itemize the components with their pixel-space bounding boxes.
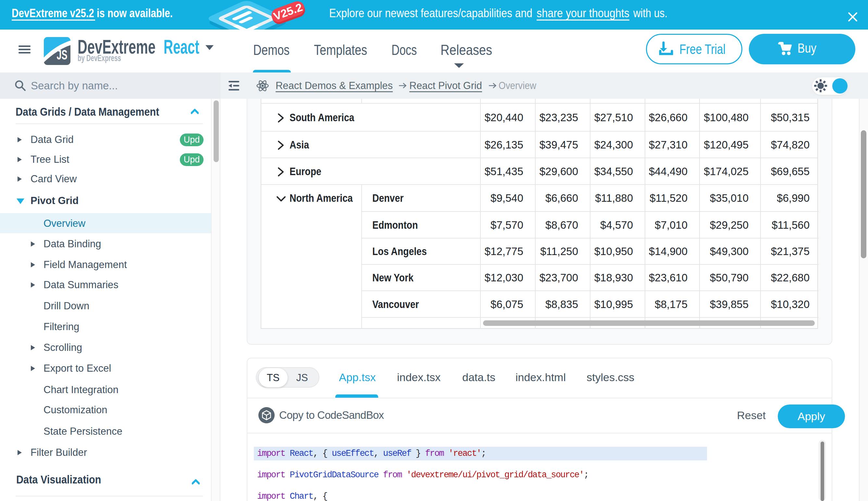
svg-text:Overview: Overview bbox=[498, 80, 537, 91]
svg-text:Explore our newest features/ca: Explore our newest features/capabilities… bbox=[329, 7, 532, 20]
svg-text:with us.: with us. bbox=[633, 7, 667, 20]
svg-text:React: React bbox=[164, 36, 199, 58]
svg-text:share your thoughts: share your thoughts bbox=[537, 7, 629, 20]
svg-text:Releases: Releases bbox=[440, 42, 492, 58]
svg-text:Demos: Demos bbox=[253, 42, 289, 58]
svg-text:Docs: Docs bbox=[392, 42, 417, 58]
svg-text:Buy: Buy bbox=[798, 41, 816, 55]
svg-text:by DevExpress: by DevExpress bbox=[78, 53, 121, 63]
svg-text:Templates: Templates bbox=[314, 42, 367, 58]
svg-text:React Demos & Examples: React Demos & Examples bbox=[276, 80, 393, 91]
svg-text:DevExtreme v25.2 is now availa: DevExtreme v25.2 is now available. bbox=[12, 7, 173, 20]
svg-text:React Pivot Grid: React Pivot Grid bbox=[409, 80, 482, 91]
svg-text:Free Trial: Free Trial bbox=[679, 42, 725, 57]
